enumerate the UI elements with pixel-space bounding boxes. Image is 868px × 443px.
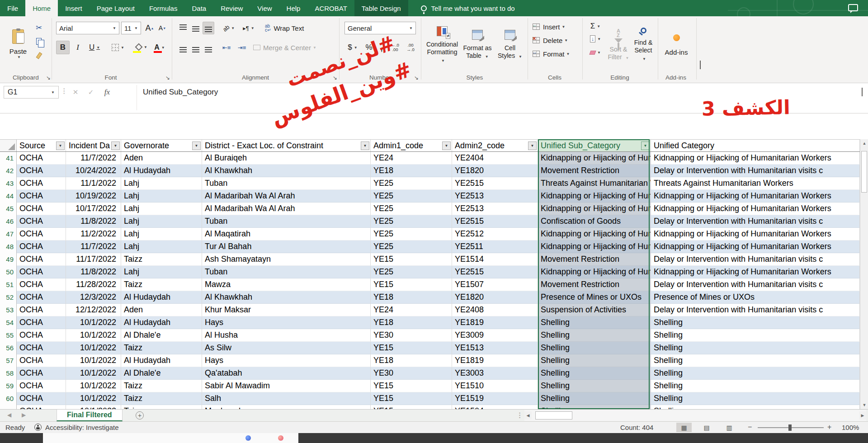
cell-source[interactable]: OCHA — [17, 380, 66, 392]
cell-unified-sub-category[interactable]: Shelling — [538, 405, 651, 409]
cell-admin1-code[interactable]: YE24 — [371, 304, 452, 316]
cut-button[interactable]: ✂ — [33, 23, 44, 33]
row-number[interactable]: 50 — [0, 266, 17, 278]
cell-source[interactable]: OCHA — [17, 342, 66, 354]
cell-admin2-code[interactable]: YE1820 — [452, 291, 538, 304]
scroll-down-icon[interactable]: ▼ — [861, 401, 868, 409]
cell-source[interactable]: OCHA — [17, 392, 66, 405]
cell-source[interactable]: OCHA — [17, 253, 66, 266]
cell-governorate[interactable]: Lahj — [121, 266, 202, 278]
underline-button[interactable]: U▼ — [85, 41, 104, 54]
cell-unified-sub-category[interactable]: Suspension of Activities — [538, 304, 651, 316]
cell-unified-sub-category[interactable]: Kidnapping or Hijacking of Humanitarian … — [538, 266, 651, 278]
column-header-incident-date[interactable]: Incident Da — [66, 140, 121, 151]
shrink-font-button[interactable]: A▼ — [156, 22, 168, 34]
cell-admin2-code[interactable]: YE2515 — [452, 177, 538, 190]
row-number[interactable]: 52 — [0, 291, 17, 304]
cell-unified-category[interactable]: Shelling — [651, 354, 860, 367]
cell-admin2-code[interactable]: YE1514 — [452, 253, 538, 266]
row-number[interactable]: 51 — [0, 278, 17, 291]
cell-source[interactable]: OCHA — [17, 152, 66, 165]
row-number[interactable]: 57 — [0, 354, 17, 367]
cell-styles-button[interactable]: CellStyles ▼ — [495, 20, 524, 71]
cell-source[interactable]: OCHA — [17, 367, 66, 380]
cell-admin2-code[interactable]: YE1820 — [452, 165, 538, 177]
page-break-view-button[interactable]: ▥ — [722, 423, 737, 432]
cell-unified-sub-category[interactable]: Movement Restriction — [538, 278, 651, 291]
scroll-up-icon[interactable]: ▲ — [861, 139, 868, 147]
cell-governorate[interactable]: Lahj — [121, 203, 202, 215]
horizontal-scroll-thumb[interactable] — [535, 411, 572, 419]
cell-admin2-code[interactable]: YE2408 — [452, 304, 538, 316]
cell-incident-date[interactable]: 11/7/2022 — [66, 152, 121, 165]
prev-sheet-icon[interactable]: ◀ — [7, 412, 11, 418]
cell-unified-sub-category[interactable]: Shelling — [538, 367, 651, 380]
cell-unified-category[interactable]: Shelling — [651, 316, 860, 329]
cell-incident-date[interactable]: 11/28/2022 — [66, 278, 121, 291]
cell-governorate[interactable]: Taizz — [121, 392, 202, 405]
cell-admin1-code[interactable]: YE24 — [371, 152, 452, 165]
column-header-unified-sub-category[interactable]: Unified Sub_Category — [538, 140, 651, 151]
cell-district[interactable]: Al Maqatirah — [202, 228, 371, 240]
cell-governorate[interactable]: Al Dhale'e — [121, 329, 202, 342]
formula-input[interactable]: Unified Sub_Category — [143, 88, 218, 97]
cell-district[interactable]: Hays — [202, 354, 371, 367]
cell-admin2-code[interactable]: YE1519 — [452, 392, 538, 405]
cell-unified-sub-category[interactable]: Kidnapping or Hijacking of Humanitarian … — [538, 228, 651, 240]
cell-incident-date[interactable]: 10/1/2022 — [66, 392, 121, 405]
merge-center-button[interactable]: Merge & Center ▼ — [253, 41, 335, 54]
row-number[interactable]: 48 — [0, 240, 17, 253]
cell-unified-category[interactable]: Delay or Intervention with Humanitarian … — [651, 253, 860, 266]
cell-unified-sub-category[interactable]: Shelling — [538, 316, 651, 329]
cell-admin2-code[interactable]: YE2513 — [452, 203, 538, 215]
filter-icon[interactable] — [56, 141, 65, 150]
autosum-button[interactable]: Σ▼ — [586, 21, 605, 32]
cell-unified-category[interactable]: Delay or Intervention with Humanitarian … — [651, 304, 860, 316]
cell-admin2-code[interactable]: YE2512 — [452, 228, 538, 240]
cell-unified-category[interactable]: Kidnapping or Hijacking of Humanitarian … — [651, 266, 860, 278]
cell-incident-date[interactable]: 10/1/2022 — [66, 380, 121, 392]
cell-incident-date[interactable]: 10/1/2022 — [66, 405, 121, 409]
cell-incident-date[interactable]: 11/1/2022 — [66, 177, 121, 190]
cell-admin2-code[interactable]: YE2513 — [452, 190, 538, 203]
cell-district[interactable]: Hays — [202, 316, 371, 329]
cell-source[interactable]: OCHA — [17, 304, 66, 316]
row-number[interactable]: 49 — [0, 253, 17, 266]
insert-cells-button[interactable]: ← Insert▼ — [533, 21, 578, 33]
cell-unified-category[interactable]: Shelling — [651, 329, 860, 342]
cell-district[interactable]: Al Khawkhah — [202, 165, 371, 177]
cell-admin1-code[interactable]: YE18 — [371, 291, 452, 304]
cell-unified-sub-category[interactable]: Shelling — [538, 329, 651, 342]
cell-admin1-code[interactable]: YE25 — [371, 240, 452, 253]
align-top-button[interactable] — [177, 22, 189, 34]
cancel-button[interactable]: ✕ — [69, 86, 82, 99]
cell-unified-category[interactable]: Shelling — [651, 342, 860, 354]
formula-bar-handle[interactable]: ••• — [63, 88, 65, 97]
cell-admin2-code[interactable]: YE1504 — [452, 405, 538, 409]
cell-unified-category[interactable]: Delay or Intervention with Humanitarian … — [651, 215, 860, 228]
cell-admin2-code[interactable]: YE2404 — [452, 152, 538, 165]
cell-admin2-code[interactable]: YE1819 — [452, 354, 538, 367]
increase-decimal-button[interactable]: ←.0 .00 — [388, 41, 402, 54]
cell-admin2-code[interactable]: YE2515 — [452, 215, 538, 228]
cell-source[interactable]: OCHA — [17, 190, 66, 203]
ribbon-tab[interactable]: Table Design — [354, 0, 408, 16]
ribbon-tab[interactable]: Review — [213, 0, 250, 16]
cell-source[interactable]: OCHA — [17, 291, 66, 304]
cell-governorate[interactable]: Al Hudaydah — [121, 291, 202, 304]
cell-unified-category[interactable]: Delay or Intervention with Humanitarian … — [651, 165, 860, 177]
normal-view-button[interactable]: ▦ — [676, 423, 692, 432]
cell-unified-sub-category[interactable]: Shelling — [538, 380, 651, 392]
cell-unified-sub-category[interactable]: Kidnapping or Hijacking of Humanitarian … — [538, 240, 651, 253]
cell-admin2-code[interactable]: YE1513 — [452, 342, 538, 354]
cell-district[interactable]: Maqbanah — [202, 405, 371, 409]
bold-button[interactable]: B — [56, 41, 70, 54]
cell-unified-sub-category[interactable]: Threats Against Humanitarian Workers — [538, 177, 651, 190]
cell-source[interactable]: OCHA — [17, 240, 66, 253]
currency-format-button[interactable]: $▼ — [344, 41, 361, 54]
cell-admin1-code[interactable]: YE15 — [371, 392, 452, 405]
cell-incident-date[interactable]: 10/1/2022 — [66, 342, 121, 354]
italic-button[interactable]: I — [71, 41, 84, 54]
cell-unified-category[interactable]: Presence of Mines or UXOs — [651, 291, 860, 304]
cell-source[interactable]: OCHA — [17, 316, 66, 329]
